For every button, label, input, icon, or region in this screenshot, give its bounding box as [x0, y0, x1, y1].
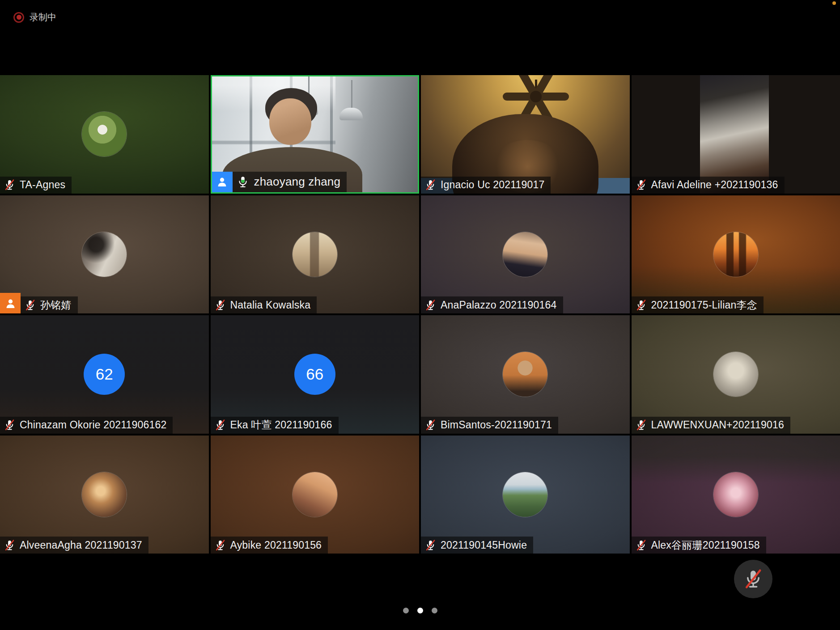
page-dot-3[interactable]: [432, 608, 437, 613]
muted-mic-icon: [214, 299, 226, 311]
muted-mic-icon: [635, 299, 647, 311]
name-label: zhaoyang zhang: [233, 172, 347, 192]
muted-mic-icon: [424, 179, 437, 191]
muted-mic-icon: [742, 568, 764, 590]
participant-name: Eka 叶萱 2021190166: [230, 418, 332, 432]
participant-name: 2021190175-Lilian李念: [651, 298, 757, 312]
muted-mic-icon: [424, 299, 437, 311]
avatar-number: 62: [84, 354, 125, 395]
avatar: [503, 352, 547, 397]
avatar: [713, 352, 758, 397]
name-label: Eka 叶萱 2021190166: [211, 417, 339, 434]
page-dot-1[interactable]: [403, 608, 409, 613]
name-label: Aybike 2021190156: [211, 537, 328, 554]
tile-alex[interactable]: Alex谷丽珊2021190158: [632, 436, 840, 554]
person-icon: [4, 297, 17, 310]
tile-ta-agnes[interactable]: TA-Agnes: [0, 75, 209, 194]
participant-name: Aybike 2021190156: [230, 539, 322, 551]
tile-sun-mingjing[interactable]: 孙铭婧: [0, 195, 209, 314]
camera-active-indicator: [832, 1, 836, 5]
muted-mic-icon: [214, 539, 226, 551]
portrait-video-strip: [700, 75, 769, 194]
muted-mic-icon: [4, 419, 16, 431]
participant-name: Chinazam Okorie 20211906162: [20, 419, 166, 431]
avatar: [713, 232, 758, 277]
pagination-dots: [0, 608, 840, 613]
participant-name: BimSantos-2021190171: [441, 419, 552, 431]
muted-mic-icon: [635, 419, 647, 431]
avatar: [293, 232, 337, 277]
muted-mic-icon: [424, 539, 437, 551]
recording-icon: [13, 12, 24, 23]
tile-lawwenxuan[interactable]: LAWWENXUAN+202119016: [632, 315, 840, 434]
name-label: LAWWENXUAN+202119016: [632, 417, 790, 434]
avatar: [82, 472, 127, 517]
tile-zhaoyang-zhang[interactable]: zhaoyang zhang: [211, 75, 420, 194]
tile-natalia-kowalska[interactable]: Natalia Kowalska: [211, 195, 420, 314]
avatar-number: 66: [294, 354, 335, 395]
participant-name: AlveenaAgha 2021190137: [20, 539, 142, 551]
muted-mic-icon: [635, 539, 647, 551]
participant-name: Afavi Adeline +2021190136: [651, 179, 778, 191]
tile-aybike[interactable]: Aybike 2021190156: [211, 436, 420, 554]
participant-name: TA-Agnes: [20, 179, 65, 191]
name-label: Afavi Adeline +2021190136: [632, 177, 785, 194]
name-label: AnaPalazzo 2021190164: [421, 296, 563, 313]
muted-mic-icon: [4, 539, 16, 551]
avatar: [503, 232, 547, 277]
participant-grid: TA-Agnes zhaoyang zhang Ignacio Uc 20: [0, 75, 840, 554]
participant-badge-orange: [0, 293, 21, 313]
tile-howie[interactable]: 2021190145Howie: [421, 436, 630, 554]
participant-name: 2021190145Howie: [441, 539, 527, 551]
name-label: BimSantos-2021190171: [421, 417, 558, 434]
participant-name: AnaPalazzo 2021190164: [441, 299, 557, 311]
tile-alveenaagha[interactable]: AlveenaAgha 2021190137: [0, 436, 209, 554]
participant-badge-blue: [212, 172, 233, 192]
name-label: 孙铭婧: [21, 296, 78, 313]
tile-anapalazzo[interactable]: AnaPalazzo 2021190164: [421, 195, 630, 314]
avatar: [503, 472, 547, 517]
participant-name: Alex谷丽珊2021190158: [651, 538, 760, 552]
tile-eka[interactable]: 66 Eka 叶萱 2021190166: [211, 315, 420, 434]
name-label: 2021190145Howie: [421, 537, 533, 554]
unmute-button[interactable]: [734, 560, 772, 598]
muted-mic-icon: [635, 179, 647, 191]
name-label: Ignacio Uc 202119017: [421, 177, 551, 194]
name-label: AlveenaAgha 2021190137: [0, 537, 148, 554]
muted-mic-icon: [424, 419, 437, 431]
recording-label: 录制中: [30, 11, 56, 23]
muted-mic-icon: [4, 179, 16, 191]
page-dot-2-active[interactable]: [417, 608, 423, 613]
name-label: TA-Agnes: [0, 177, 72, 194]
person-icon: [216, 175, 229, 188]
recording-dot: [17, 15, 21, 20]
avatar: [82, 232, 127, 277]
participant-name: Natalia Kowalska: [230, 299, 311, 311]
tile-afavi-adeline[interactable]: Afavi Adeline +2021190136: [632, 75, 840, 194]
participant-name: Ignacio Uc 202119017: [441, 179, 544, 191]
participant-name: LAWWENXUAN+202119016: [651, 419, 784, 431]
name-label: Alex谷丽珊2021190158: [632, 537, 766, 554]
person-face: [269, 98, 311, 145]
participant-name: 孙铭婧: [40, 298, 72, 312]
avatar: [293, 472, 337, 517]
muted-mic-icon: [214, 419, 226, 431]
tile-chinazam-okorie[interactable]: 62 Chinazam Okorie 20211906162: [0, 315, 209, 434]
fan-blade: [503, 93, 569, 101]
tile-ignacio-uc[interactable]: Ignacio Uc 202119017: [421, 75, 630, 194]
name-label: 2021190175-Lilian李念: [632, 296, 764, 313]
tile-lilian[interactable]: 2021190175-Lilian李念: [632, 195, 840, 314]
name-label: Natalia Kowalska: [211, 296, 317, 313]
recording-indicator: 录制中: [13, 11, 56, 23]
avatar: [82, 112, 127, 156]
tile-bimsantos[interactable]: BimSantos-2021190171: [421, 315, 630, 434]
active-mic-icon: [236, 175, 250, 189]
name-label: Chinazam Okorie 20211906162: [0, 417, 173, 434]
avatar: [713, 472, 758, 517]
muted-mic-icon: [24, 299, 36, 311]
participant-name: zhaoyang zhang: [254, 175, 341, 189]
